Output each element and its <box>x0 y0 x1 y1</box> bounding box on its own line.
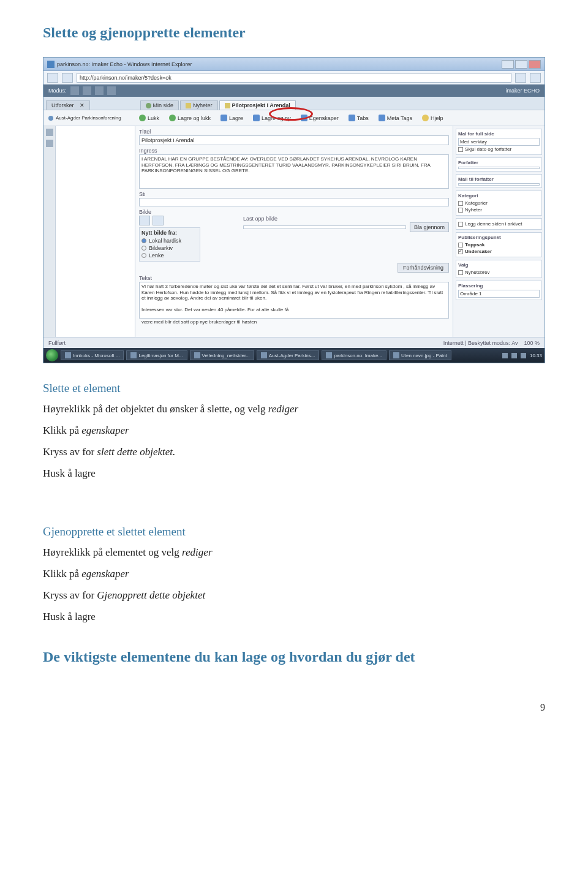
ingress-textarea[interactable]: I ARENDAL HAR EN GRUPPE BESTÅENDE AV: OV… <box>139 154 449 189</box>
status-bar: Fullført Internett | Beskyttet modus: Av… <box>43 337 545 348</box>
module-btn-2[interactable] <box>83 86 91 95</box>
ingress-label: Ingress <box>139 148 449 154</box>
valg-label: Valg <box>458 262 540 268</box>
nytt-bilde-label: Nytt bilde fra: <box>141 230 198 236</box>
tittel-label: Tittel <box>139 129 449 135</box>
pub-toppsak[interactable]: Toppsak <box>458 241 540 248</box>
taskbar-item-2[interactable]: Legitimasjon for M... <box>126 350 187 360</box>
module-btn-4[interactable] <box>107 86 116 95</box>
address-bar: http://parkinson.no/imaker/5?desk=ok <box>43 71 545 85</box>
forhandsvisning-button[interactable]: Forhåndsvisning <box>398 263 449 273</box>
tool-lagre-og-ny[interactable]: Lagre og ny <box>249 113 295 123</box>
plassering-select[interactable]: Område 1 <box>458 290 540 298</box>
spine-icon-1[interactable] <box>46 129 53 136</box>
taskbar-item-1[interactable]: Innboks - Microsoft ... <box>61 350 124 360</box>
kategori-nyheter[interactable]: Nyheter <box>458 206 540 213</box>
slette-line3: Kryss av for slett dette objektet. <box>43 445 545 459</box>
tool-lagre[interactable]: Lagre <box>217 113 247 123</box>
tool-tabs[interactable]: Tabs <box>345 113 372 123</box>
url-input[interactable]: http://parkinson.no/imaker/5?desk=ok <box>77 73 511 83</box>
left-spine <box>43 126 56 337</box>
explorer-tab[interactable]: Utforsker ✕ <box>46 100 90 110</box>
pub-label: Publiseringspunkt <box>458 235 540 240</box>
tab-row: Utforsker ✕ Min side Nyheter Pilotprosje… <box>43 97 545 110</box>
taskbar-item-3[interactable]: Veiledning_nettsider... <box>190 350 254 360</box>
minimize-button[interactable] <box>502 60 514 69</box>
search-button[interactable] <box>530 73 541 83</box>
mal-select[interactable]: Med verktøy <box>458 138 540 146</box>
status-left: Fullført <box>48 340 66 346</box>
tray-icon[interactable] <box>521 353 526 358</box>
taskbar-item-4[interactable]: Aust-Agder Parkins... <box>257 350 320 360</box>
footer-heading: De viktigste elementene du kan lage og h… <box>43 649 545 665</box>
upload-input[interactable] <box>243 225 406 229</box>
pub-undersaker[interactable]: Undersaker <box>458 248 540 255</box>
right-sidebar: Mal for full side Med verktøy Skjul dato… <box>453 126 545 337</box>
mal-label: Mal for full side <box>458 131 540 137</box>
radio-lokal-hardisk[interactable]: Lokal hardisk <box>141 237 198 244</box>
module-btn-3[interactable] <box>95 86 104 95</box>
module-btn-1[interactable] <box>70 86 79 95</box>
doc-icon <box>186 103 191 108</box>
section-gjenopprette-title: Gjenopprette et slettet element <box>43 525 545 538</box>
tittel-input[interactable]: Pilotprosjekt i Arendal <box>139 135 449 145</box>
tab-nyheter[interactable]: Nyheter <box>180 100 218 110</box>
taskbar-item-5[interactable]: parkinson.no: Imake... <box>322 350 386 360</box>
module-label: Modus: <box>48 88 67 94</box>
window-titlebar: parkinson.no: Imaker Echo - Windows Inte… <box>43 58 545 71</box>
arkiv-checkbox-row[interactable]: Legg denne siden i arkivet <box>458 221 540 227</box>
back-button[interactable] <box>47 73 58 83</box>
system-tray: 10:33 <box>502 353 542 358</box>
tool-lukk[interactable]: Lukk <box>135 113 163 123</box>
radio-bildearkiv[interactable]: Bildearkiv <box>141 244 198 252</box>
tekst-textarea[interactable]: Vi har hatt 3 forberedende møter og sist… <box>139 282 449 319</box>
skjul-checkbox-row[interactable]: Skjul dato og forfatter <box>458 146 540 153</box>
tool-meta-tags[interactable]: Meta Tags <box>375 113 416 123</box>
tree-panel <box>56 126 135 337</box>
task-icon <box>261 352 267 358</box>
radio-lenke[interactable]: Lenke <box>141 252 198 259</box>
tool-lagre-og-lukk[interactable]: Lagre og lukk <box>165 113 214 123</box>
editor-content: Tittel Pilotprosjekt i Arendal Ingress I… <box>43 126 545 337</box>
refresh-button[interactable] <box>515 73 526 83</box>
zoom-label[interactable]: 100 % <box>524 340 540 346</box>
forfatter-input[interactable] <box>458 167 540 169</box>
help-icon <box>422 115 429 121</box>
mail-input[interactable] <box>458 183 540 186</box>
image-btn-1[interactable] <box>139 216 150 225</box>
tool-egenskaper[interactable]: Egenskaper <box>297 113 342 123</box>
tool-hjelp[interactable]: Hjelp <box>418 113 447 123</box>
properties-icon <box>301 115 307 121</box>
valg-nyhetsbrev[interactable]: Nyhetsbrev <box>458 269 540 276</box>
sti-input[interactable] <box>139 198 449 206</box>
module-bar: Modus: imaker ECHO <box>43 85 545 97</box>
home-icon <box>146 103 151 108</box>
task-icon <box>393 352 399 358</box>
slette-line1: Høyreklikk på det objektet du ønsker å s… <box>43 402 545 417</box>
clock: 10:33 <box>530 353 542 358</box>
task-icon <box>130 352 137 358</box>
tab-pilotprosjekt[interactable]: Pilotprosjekt i Arendal <box>219 100 296 110</box>
tree-icon <box>48 116 53 121</box>
sti-label: Sti <box>139 191 449 197</box>
start-orb[interactable] <box>46 349 58 361</box>
tree-root-label[interactable]: Aust-Agder Parkinsonforening <box>56 115 121 121</box>
save-icon <box>221 115 227 121</box>
tab-min-side[interactable]: Min side <box>140 100 179 110</box>
taskbar-item-6[interactable]: Uten navn.jpg - Paint <box>389 350 451 360</box>
tray-icon[interactable] <box>502 353 508 358</box>
maximize-button[interactable] <box>515 60 527 69</box>
page-title: Slette og gjenopprette elementer <box>43 25 545 41</box>
gjenopprette-line1: Høyreklikk på elementet og velg rediger <box>43 546 545 560</box>
kategori-kategorier[interactable]: Kategorier <box>458 200 540 206</box>
spine-icon-2[interactable] <box>46 140 53 147</box>
save-new-icon <box>253 115 260 121</box>
tekst-label: Tekst <box>139 275 449 281</box>
image-btn-2[interactable] <box>153 216 164 225</box>
lastopp-label: Last opp bilde <box>243 216 449 222</box>
close-button[interactable] <box>529 60 541 69</box>
blagjennom-button[interactable]: Bla gjennom <box>410 222 449 232</box>
window-buttons <box>502 60 541 69</box>
tray-icon[interactable] <box>511 353 517 358</box>
forward-button[interactable] <box>62 73 73 83</box>
